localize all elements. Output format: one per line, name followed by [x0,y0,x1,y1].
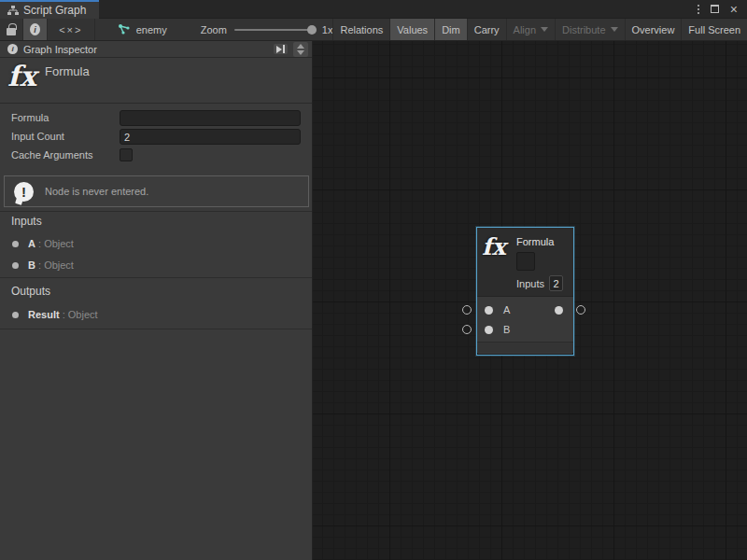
warning-text: Node is never entered. [45,186,148,197]
inspected-node-title: Formula [45,64,90,78]
node-inputs-label: Inputs [516,278,544,289]
zoom-slider-handle[interactable] [307,25,317,35]
tab-label: Script Graph [23,4,86,17]
breadcrumb[interactable]: enemy [108,19,176,40]
outputs-section-header: Outputs [11,285,50,298]
zoom-label: Zoom [201,24,227,35]
breadcrumb-label: enemy [136,24,167,35]
info-icon: i [30,23,40,35]
close-icon[interactable]: × [730,5,738,14]
values-button[interactable]: Values [390,19,435,40]
input-connection-ring-a[interactable] [462,305,472,315]
dock-panel-button[interactable] [274,44,288,54]
formula-input[interactable] [120,110,301,126]
port-b-label: B [503,324,510,335]
inspector-toggle-button[interactable]: i [23,19,48,40]
chevron-down-icon [611,27,618,32]
lock-icon [7,28,16,35]
graph-node-icon [118,24,131,35]
relations-button[interactable]: Relations [332,19,390,40]
graph-canvas[interactable]: fx Formula Inputs 2 A B [313,41,747,560]
toolbar-buttons: Relations Values Dim Carry Align Distrib… [332,19,747,40]
carry-button[interactable]: Carry [468,19,507,40]
maximize-icon[interactable] [711,5,719,13]
info-icon: i [7,44,18,54]
chevron-down-icon [541,27,548,32]
formula-node-title: Formula [516,236,554,247]
title-bar: Script Graph × [0,0,747,19]
tab-script-graph[interactable]: Script Graph [0,0,99,19]
input-port-a: A : Object [28,238,74,249]
node-input-count[interactable]: 2 [549,275,563,291]
input-count-input[interactable] [120,129,301,145]
variables-toggle-button[interactable]: <×> [48,19,95,40]
inputs-section-header: Inputs [11,215,42,228]
distribute-dropdown[interactable]: Distribute [556,19,625,40]
formula-node[interactable]: fx Formula Inputs 2 A B [476,227,574,356]
node-title-block: fx Formula [0,58,312,104]
arrow-down-icon [297,50,304,55]
full-screen-button[interactable]: Full Screen [682,19,747,40]
port-row-a: A [477,302,573,317]
node-formula-input[interactable] [516,252,535,271]
zoom-control: Zoom 1x [201,19,333,40]
fx-icon: fx [7,60,36,92]
cache-arguments-label: Cache Arguments [11,149,92,161]
graph-inspector-panel: i Graph Inspector fx Formula Formula Inp… [0,41,313,560]
dock-icon [276,46,282,53]
script-graph-icon [7,6,19,16]
zoom-value: 1x [322,24,333,35]
align-dropdown[interactable]: Align [507,19,556,40]
input-count-field-label: Input Count [11,131,64,142]
output-port-result: Result : Object [28,309,98,320]
overview-button[interactable]: Overview [626,19,683,40]
window-menu-icon[interactable] [698,5,699,14]
formula-node-footer [477,342,573,353]
code-icon: <×> [59,24,82,35]
dim-button[interactable]: Dim [435,19,468,40]
input-port-b-dot[interactable] [485,326,493,334]
arrow-up-icon [297,44,304,49]
output-connection-ring[interactable] [576,305,585,315]
formula-node-ports: A B [477,297,573,342]
port-bullet-icon [12,241,19,247]
warning-icon: ! [14,182,34,202]
inspector-header-title: Graph Inspector [23,44,97,55]
lock-button[interactable] [0,19,23,40]
zoom-slider[interactable] [234,29,315,31]
port-a-label: A [503,304,510,315]
window-controls: × [698,0,747,18]
output-port-dot[interactable] [555,306,563,315]
formula-node-header: fx Formula Inputs 2 [477,228,573,297]
warning-box: ! Node is never entered. [4,175,309,207]
inspector-header: i Graph Inspector [0,41,312,58]
port-bullet-icon [12,262,19,269]
node-inputs-row: Inputs 2 [516,275,563,291]
panel-scroll-arrows[interactable] [293,42,308,57]
port-row-b: B [477,322,573,337]
formula-field-label: Formula [11,112,49,123]
cache-arguments-checkbox[interactable] [120,148,133,161]
graph-toolbar: i <×> enemy Zoom 1x Re [0,19,747,41]
input-port-a-dot[interactable] [485,306,493,315]
port-bullet-icon [12,312,19,318]
input-connection-ring-b[interactable] [462,325,472,334]
fx-icon: fx [482,233,506,260]
unity-visual-scripting-window: Script Graph × i <×> [0,0,747,560]
input-port-b: B : Object [28,259,74,271]
